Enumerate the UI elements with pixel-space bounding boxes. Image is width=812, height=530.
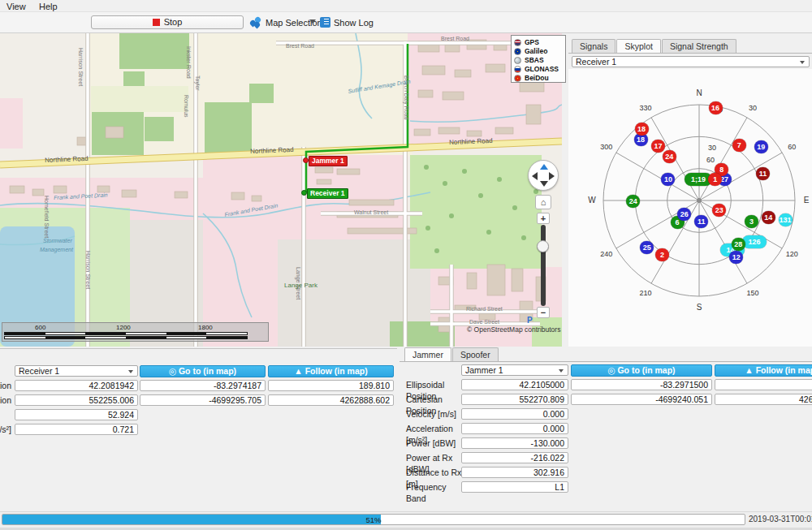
receiver-value-field[interactable]: 0.721 (15, 424, 138, 435)
satellite-sbas-131: 131 (779, 213, 793, 226)
legend-item-sbas: SBAS (514, 55, 563, 64)
jammer-value-field[interactable]: 552270.809 (461, 394, 568, 405)
receiver-value-field[interactable]: -83.2974187 (140, 380, 266, 391)
satellite-beidou-14: 14 (762, 211, 775, 224)
receiver-map-label[interactable]: Receiver 1 (307, 188, 348, 199)
receiver-value-field[interactable]: 52.924 (15, 409, 138, 420)
svg-text:S: S (697, 303, 702, 312)
jammer-value-field[interactable]: -83.2971500 (571, 379, 712, 390)
satellite-gps-7: 7 (732, 139, 746, 152)
show-log-button[interactable]: Show Log (320, 15, 374, 30)
scale-tick: 1800 (198, 324, 213, 331)
status-bar: 51% 2019-03-31T00:01:0 (0, 511, 812, 528)
jammer-row-label: Power at Rx [dBW] (406, 452, 463, 463)
svg-text:330: 330 (639, 104, 651, 112)
legend-label: BeiDou (525, 74, 549, 82)
pan-up-icon[interactable] (540, 164, 548, 170)
legend-item-galileo: Galileo (514, 46, 563, 55)
tab-jammer[interactable]: Jammer (404, 347, 451, 362)
jammer-map-dot[interactable] (303, 157, 309, 163)
map-selection-dropdown-caret-icon[interactable] (309, 19, 316, 24)
pan-down-icon[interactable] (540, 181, 548, 187)
jammer-value-field[interactable]: 0.000 (461, 408, 568, 420)
svg-text:210: 210 (639, 289, 651, 297)
svg-text:150: 150 (746, 289, 758, 297)
stop-button[interactable]: Stop (91, 15, 244, 29)
stop-icon (153, 19, 160, 26)
scale-tick: 1200 (116, 324, 131, 331)
satellite-sbas-126: 126 (742, 235, 767, 248)
jammer-value-field[interactable]: -216.022 (461, 452, 568, 463)
svg-text:60: 60 (706, 156, 715, 164)
jammer-value-field[interactable]: L1 (461, 481, 568, 493)
jammer-value-field[interactable]: 42.2105000 (461, 379, 568, 390)
legend-item-beidou: BeiDou (514, 73, 563, 82)
receiver-goto-button[interactable]: ◎ Go to (in map) (140, 365, 266, 377)
map-home-button[interactable]: ⌂ (535, 195, 551, 209)
menu-view[interactable]: View (3, 1, 29, 12)
bottom-area: Receiver 1◎ Go to (in map)▲ Follow (in m… (0, 347, 812, 511)
jammer-row-label: Velocity [m/s] (406, 408, 463, 420)
skyplot-panel: SignalsSkyplotSignal Strength Receiver 1… (568, 33, 812, 347)
legend-item-gps: GPS (514, 37, 563, 46)
receiver-follow-button[interactable]: ▲ Follow (in map) (268, 365, 394, 377)
receiver-value-field[interactable]: 189.810 (268, 380, 394, 391)
jammer-value-field[interactable]: 302.916 (461, 467, 568, 478)
jammer-goto-button[interactable]: ◎ Go to (in map) (571, 364, 712, 377)
skyplot-chart: N3060E120150S210240W30033003060 13112614… (568, 69, 812, 347)
simulation-timestamp: 2019-03-31T00:01:0 (749, 515, 812, 524)
jammer-value-field[interactable]: 0.000 (461, 423, 568, 434)
jammer-map-label[interactable]: Jammer 1 (309, 156, 348, 166)
tab-spoofer[interactable]: Spoofer (452, 347, 499, 361)
receiver-select[interactable]: Receiver 1 (15, 365, 138, 377)
pan-right-icon[interactable] (549, 172, 555, 180)
skyplot-receiver-select[interactable]: Receiver 1 (572, 56, 810, 67)
menu-help[interactable]: Help (36, 1, 61, 12)
receiver-row-label (0, 409, 11, 420)
jammer-follow-button[interactable]: ▲ Follow (in map) (715, 364, 812, 377)
jammer-value-field[interactable]: -4699240.051 (571, 394, 712, 405)
satellite-glonass-3: 3 (745, 215, 758, 228)
map-pan-control[interactable] (528, 160, 559, 191)
satellite-galileo-26: 26 (677, 208, 691, 221)
svg-text:60: 60 (788, 143, 796, 151)
receiver-value-field[interactable]: 42.2081942 (15, 380, 138, 391)
tab-skyplot[interactable]: Skyplot (616, 39, 660, 54)
map-zoom-in-button[interactable]: + (537, 213, 550, 224)
jammer-value-field[interactable]: 4263 (715, 394, 812, 405)
jammer-row-label: Distance to Rx [m] (406, 467, 463, 478)
receiver-info-panel: Receiver 1◎ Go to (in map)▲ Follow (in m… (0, 348, 397, 511)
jammer-value-field[interactable]: -130.000 (461, 437, 568, 449)
eu-flag-icon (514, 48, 521, 55)
satellite-beidou-11: 11 (756, 167, 770, 180)
jammer-row-label: Cartesian Position (406, 394, 463, 405)
jammer-row-label: Ellipsoidal Position (406, 379, 463, 390)
jammer-row-label: Power [dBW] (406, 437, 463, 449)
svg-text:30: 30 (708, 144, 716, 152)
jammer-select[interactable]: Jammer 1 (461, 364, 568, 376)
pan-left-icon[interactable] (532, 172, 538, 180)
receiver-value-field[interactable]: 4262888.602 (268, 394, 394, 406)
toolbar: Stop Map Selection Show Log (0, 12, 812, 33)
receiver-value-field[interactable]: -4699295.705 (140, 394, 266, 406)
simulation-progress-bar: 51% (2, 514, 745, 525)
map-zoom-out-button[interactable]: − (537, 307, 550, 318)
map-zoom-slider[interactable] (541, 225, 546, 306)
tab-signal-strength[interactable]: Signal Strength (662, 39, 736, 53)
show-log-icon (320, 17, 330, 28)
satellite-gps-18: 18 (635, 123, 649, 136)
map-base-layer (0, 33, 562, 347)
satellite-galileo-19: 19 (754, 140, 768, 153)
globe-icon (514, 57, 521, 64)
svg-text:300: 300 (600, 143, 612, 151)
map-zoom-slider-handle[interactable] (537, 240, 549, 252)
receiver-value-field[interactable]: 552255.006 (15, 394, 138, 406)
tab-signals[interactable]: Signals (572, 39, 615, 53)
legend-label: Galileo (525, 47, 547, 55)
legend-label: GPS (525, 38, 539, 46)
map-view[interactable]: Northline RoadNorthline RoadNorthline Ro… (0, 33, 562, 347)
progress-percent: 51% (2, 515, 745, 525)
jammer-value-field[interactable] (715, 379, 812, 390)
receiver-row-label: ion (0, 394, 11, 406)
receiver-map-dot[interactable] (301, 190, 307, 196)
